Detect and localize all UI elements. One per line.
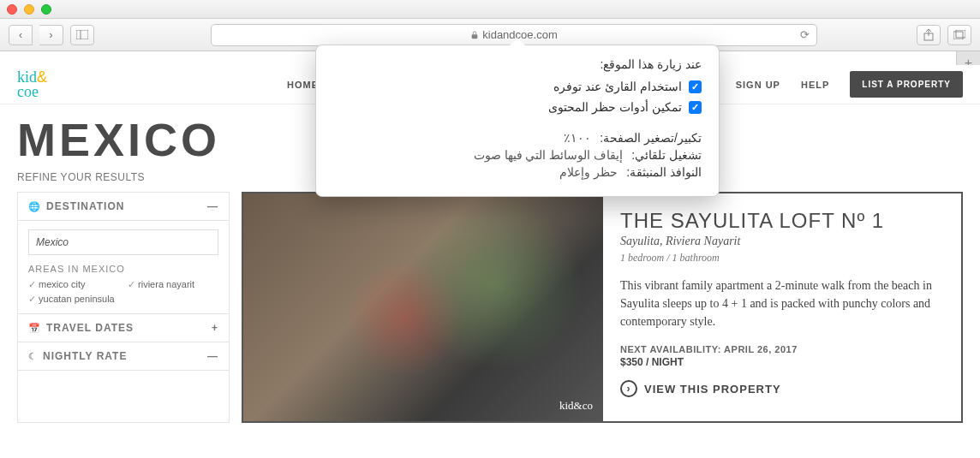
minimize-window-button[interactable]: [24, 4, 34, 15]
filter-nightly-rate-header[interactable]: ☾NIGHTLY RATE —: [18, 342, 229, 371]
svg-rect-6: [956, 30, 965, 38]
destination-input[interactable]: [28, 229, 218, 255]
zoom-setting[interactable]: تكبير/تصغير الصفحة: ١٠٠٪: [333, 131, 702, 145]
svg-rect-5: [953, 32, 963, 39]
option-label: استخدام القارئ عند توفره: [553, 80, 682, 93]
autoplay-setting[interactable]: تشغيل تلقائي: إيقاف الوسائط التي فيها صو…: [333, 148, 702, 162]
property-location: Sayulita, Riviera Nayarit: [620, 235, 944, 248]
share-button[interactable]: [917, 25, 941, 45]
collapse-icon: —: [207, 200, 218, 212]
popups-setting[interactable]: النوافذ المنبثقة: حظر وإعلام: [333, 165, 702, 179]
zoom-window-button[interactable]: [41, 4, 51, 15]
content-blockers-option[interactable]: ✓ تمكين أدوات حظر المحتوى: [333, 100, 702, 114]
property-availability: NEXT AVAILABILITY: APRIL 26, 2017: [620, 344, 944, 354]
filter-travel-dates-header[interactable]: 📅TRAVEL DATES +: [18, 314, 229, 342]
checkbox-checked-icon: ✓: [689, 80, 702, 93]
close-window-button[interactable]: [7, 4, 17, 15]
refine-label: REFINE YOUR RESULTS: [17, 171, 145, 183]
window-titlebar: [0, 0, 980, 19]
reload-button[interactable]: ⟳: [800, 28, 810, 41]
property-image: kid&co: [243, 193, 603, 421]
forward-button[interactable]: ›: [39, 25, 63, 45]
globe-icon: 🌐: [28, 201, 41, 211]
sidebar-button[interactable]: [70, 25, 94, 45]
site-logo[interactable]: kid&coe: [17, 70, 47, 98]
area-option[interactable]: riviera nayarit: [128, 279, 218, 290]
back-button[interactable]: ‹: [9, 25, 33, 45]
area-option[interactable]: yucatan peninsula: [28, 294, 119, 305]
area-option[interactable]: mexico city: [28, 279, 119, 290]
share-icon: [923, 29, 934, 41]
lock-icon: [470, 31, 479, 39]
property-beds: 1 bedroom / 1 bathroom: [620, 252, 944, 265]
nav-home[interactable]: HOME: [287, 80, 319, 90]
sidebar-icon: [76, 30, 88, 39]
list-property-button[interactable]: LIST A PROPERTY: [850, 71, 963, 98]
calendar-icon: 📅: [28, 323, 41, 333]
filters-sidebar: 🌐DESTINATION — AREAS IN MEXICO mexico ci…: [17, 192, 230, 423]
nav-help[interactable]: HELP: [801, 80, 829, 90]
svg-rect-2: [472, 34, 478, 39]
property-card[interactable]: kid&co THE SAYULITA LOFT Nº 1 Sayulita, …: [242, 192, 963, 423]
results-list: kid&co THE SAYULITA LOFT Nº 1 Sayulita, …: [242, 192, 963, 423]
filter-destination-header[interactable]: 🌐DESTINATION —: [18, 193, 229, 221]
tabs-icon: [953, 30, 965, 39]
property-title: THE SAYULITA LOFT Nº 1: [620, 209, 944, 233]
site-settings-popover: عند زيارة هذا الموقع: ✓ استخدام القارئ ع…: [315, 45, 720, 197]
collapse-icon: —: [207, 350, 218, 362]
property-price: $350 / NIGHT: [620, 356, 944, 368]
tabs-button[interactable]: [947, 25, 971, 45]
areas-heading: AREAS IN MEXICO: [28, 264, 218, 274]
image-brand-watermark: kid&co: [559, 399, 593, 413]
expand-icon: +: [212, 322, 218, 334]
option-label: تمكين أدوات حظر المحتوى: [548, 100, 682, 114]
checkbox-checked-icon: ✓: [689, 101, 702, 114]
property-description: This vibrant family apartment a 2-minute…: [620, 277, 944, 330]
popover-title: عند زيارة هذا الموقع:: [333, 57, 702, 71]
use-reader-option[interactable]: ✓ استخدام القارئ عند توفره: [333, 80, 702, 93]
arrow-right-icon: ›: [620, 380, 637, 397]
nav-signup[interactable]: SIGN UP: [736, 80, 780, 90]
view-property-link[interactable]: › VIEW THIS PROPERTY: [620, 380, 944, 397]
moon-icon: ☾: [28, 351, 38, 361]
svg-rect-0: [76, 30, 88, 39]
